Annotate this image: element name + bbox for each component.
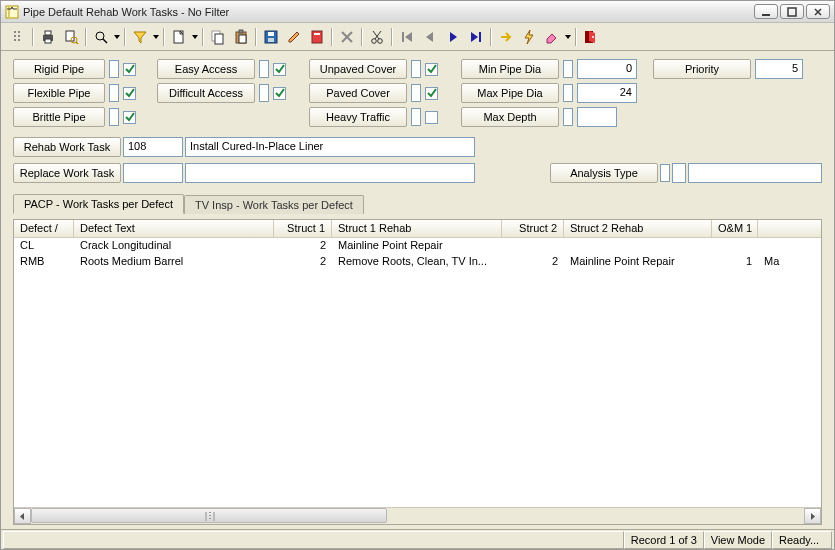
criteria-grid: Rigid Pipe Flexible Pipe Brittle Pipe Ea… xyxy=(13,59,822,131)
max-pipe-dia-field[interactable]: 24 xyxy=(577,83,637,103)
rigid-pipe-button[interactable]: Rigid Pipe xyxy=(13,59,105,79)
max-depth-button[interactable]: Max Depth xyxy=(461,107,559,127)
max-depth-field[interactable] xyxy=(577,107,617,127)
easy-access-code[interactable] xyxy=(259,60,269,78)
difficult-access-button[interactable]: Difficult Access xyxy=(157,83,255,103)
flexible-pipe-button[interactable]: Flexible Pipe xyxy=(13,83,105,103)
analysis-type-slot[interactable] xyxy=(660,164,670,182)
exit-icon[interactable] xyxy=(580,26,602,48)
minimize-button[interactable] xyxy=(754,4,778,19)
nav-first-icon[interactable] xyxy=(396,26,418,48)
paved-cover-code[interactable] xyxy=(411,84,421,102)
status-mode: View Mode xyxy=(704,531,772,549)
flexible-pipe-code[interactable] xyxy=(109,84,119,102)
unpaved-cover-code[interactable] xyxy=(411,60,421,78)
max-pipe-dia-code[interactable] xyxy=(563,84,573,102)
th-om1[interactable]: O&M 1 xyxy=(712,220,758,237)
new-doc-icon[interactable] xyxy=(168,26,190,48)
paste-icon[interactable] xyxy=(230,26,252,48)
rigid-pipe-code[interactable] xyxy=(109,60,119,78)
rehab-code-field[interactable]: 108 xyxy=(123,137,183,157)
th-struct1[interactable]: Struct 1 xyxy=(274,220,332,237)
unpaved-cover-button[interactable]: Unpaved Cover xyxy=(309,59,407,79)
print-icon[interactable] xyxy=(37,26,59,48)
tab-pacp[interactable]: PACP - Work Tasks per Defect xyxy=(13,194,184,214)
bolt-icon[interactable] xyxy=(518,26,540,48)
th-extra[interactable] xyxy=(758,220,798,237)
nav-next-icon[interactable] xyxy=(442,26,464,48)
table-row[interactable]: CL Crack Longitudinal 2 Mainline Point R… xyxy=(14,238,821,254)
replace-desc-field[interactable] xyxy=(185,163,475,183)
max-depth-code[interactable] xyxy=(563,108,573,126)
priority-field[interactable]: 5 xyxy=(755,59,803,79)
min-pipe-dia-field[interactable]: 0 xyxy=(577,59,637,79)
brittle-pipe-code[interactable] xyxy=(109,108,119,126)
filter-icon[interactable] xyxy=(129,26,151,48)
scroll-right-icon[interactable] xyxy=(804,508,821,524)
heavy-traffic-checkbox[interactable] xyxy=(425,111,438,124)
scroll-left-icon[interactable] xyxy=(14,508,31,524)
analysis-type-name-field[interactable] xyxy=(688,163,822,183)
delete-icon[interactable] xyxy=(336,26,358,48)
brittle-pipe-checkbox[interactable] xyxy=(123,111,136,124)
status-bar: Record 1 of 3 View Mode Ready... xyxy=(1,529,834,549)
th-defect-text[interactable]: Defect Text xyxy=(74,220,274,237)
tab-tvinsp[interactable]: TV Insp - Work Tasks per Defect xyxy=(184,195,364,214)
th-struct1-rehab[interactable]: Struct 1 Rehab xyxy=(332,220,502,237)
edit-icon[interactable] xyxy=(283,26,305,48)
th-defect[interactable]: Defect / xyxy=(14,220,74,237)
replace-code-field[interactable] xyxy=(123,163,183,183)
difficult-access-checkbox[interactable] xyxy=(273,87,286,100)
flexible-pipe-checkbox[interactable] xyxy=(123,87,136,100)
difficult-access-code[interactable] xyxy=(259,84,269,102)
nav-prev-icon[interactable] xyxy=(419,26,441,48)
svg-rect-10 xyxy=(45,31,51,35)
status-record: Record 1 of 3 xyxy=(624,531,704,549)
eraser-icon[interactable] xyxy=(541,26,563,48)
heavy-traffic-code[interactable] xyxy=(411,108,421,126)
easy-access-button[interactable]: Easy Access xyxy=(157,59,255,79)
filter-dropdown[interactable] xyxy=(152,26,160,48)
replace-work-task-button[interactable]: Replace Work Task xyxy=(13,163,121,183)
grip-icon xyxy=(7,26,29,48)
min-pipe-dia-button[interactable]: Min Pipe Dia xyxy=(461,59,559,79)
priority-button[interactable]: Priority xyxy=(653,59,751,79)
locate-dropdown[interactable] xyxy=(113,26,121,48)
new-doc-dropdown[interactable] xyxy=(191,26,199,48)
status-ready: Ready... xyxy=(772,531,832,549)
rehab-desc-field[interactable]: Install Cured-In-Place Liner xyxy=(185,137,475,157)
copy-icon[interactable] xyxy=(207,26,229,48)
analysis-type-button[interactable]: Analysis Type xyxy=(550,163,658,183)
locate-icon[interactable] xyxy=(90,26,112,48)
svg-rect-25 xyxy=(314,33,320,35)
min-pipe-dia-code[interactable] xyxy=(563,60,573,78)
heavy-traffic-button[interactable]: Heavy Traffic xyxy=(309,107,407,127)
unpaved-cover-checkbox[interactable] xyxy=(425,63,438,76)
close-button[interactable] xyxy=(806,4,830,19)
save-icon[interactable] xyxy=(260,26,282,48)
rehab-work-task-button[interactable]: Rehab Work Task xyxy=(13,137,121,157)
th-struct2-rehab[interactable]: Struct 2 Rehab xyxy=(564,220,712,237)
brittle-pipe-button[interactable]: Brittle Pipe xyxy=(13,107,105,127)
nav-last-icon[interactable] xyxy=(465,26,487,48)
svg-rect-23 xyxy=(268,38,274,42)
analysis-type-code-field[interactable] xyxy=(672,163,686,183)
rigid-pipe-checkbox[interactable] xyxy=(123,63,136,76)
defect-table: Defect / Defect Text Struct 1 Struct 1 R… xyxy=(13,219,822,525)
paved-cover-button[interactable]: Paved Cover xyxy=(309,83,407,103)
paved-cover-checkbox[interactable] xyxy=(425,87,438,100)
horizontal-scrollbar[interactable] xyxy=(14,507,821,524)
th-struct2[interactable]: Struct 2 xyxy=(502,220,564,237)
max-pipe-dia-button[interactable]: Max Pipe Dia xyxy=(461,83,559,103)
svg-rect-20 xyxy=(239,35,246,43)
scroll-thumb[interactable] xyxy=(31,508,387,523)
table-row[interactable]: RMB Roots Medium Barrel 2 Remove Roots, … xyxy=(14,254,821,270)
cut-icon[interactable] xyxy=(366,26,388,48)
print-preview-icon[interactable] xyxy=(60,26,82,48)
easy-access-checkbox[interactable] xyxy=(273,63,286,76)
book-icon[interactable] xyxy=(306,26,328,48)
table-body[interactable]: CL Crack Longitudinal 2 Mainline Point R… xyxy=(14,238,821,507)
goto-icon[interactable] xyxy=(495,26,517,48)
maximize-button[interactable] xyxy=(780,4,804,19)
eraser-dropdown[interactable] xyxy=(564,26,572,48)
